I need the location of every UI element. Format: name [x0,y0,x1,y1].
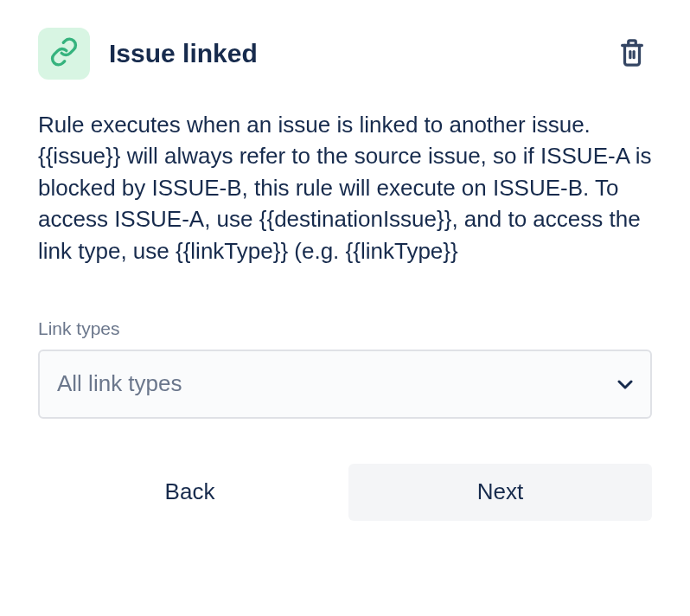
next-button[interactable]: Next [348,464,652,521]
button-row: Back Next [38,464,652,521]
trigger-icon-badge [38,28,90,80]
link-types-select[interactable]: All link types [38,350,652,419]
link-icon [49,37,79,70]
delete-button[interactable] [612,31,652,77]
link-types-field: Link types All link types [38,318,652,419]
page-title: Issue linked [109,39,612,68]
trash-icon [617,36,647,72]
link-types-select-wrap: All link types [38,350,652,419]
header-row: Issue linked [38,28,652,80]
link-types-label: Link types [38,318,652,339]
trigger-description: Rule executes when an issue is linked to… [38,109,652,266]
back-button[interactable]: Back [38,464,342,521]
